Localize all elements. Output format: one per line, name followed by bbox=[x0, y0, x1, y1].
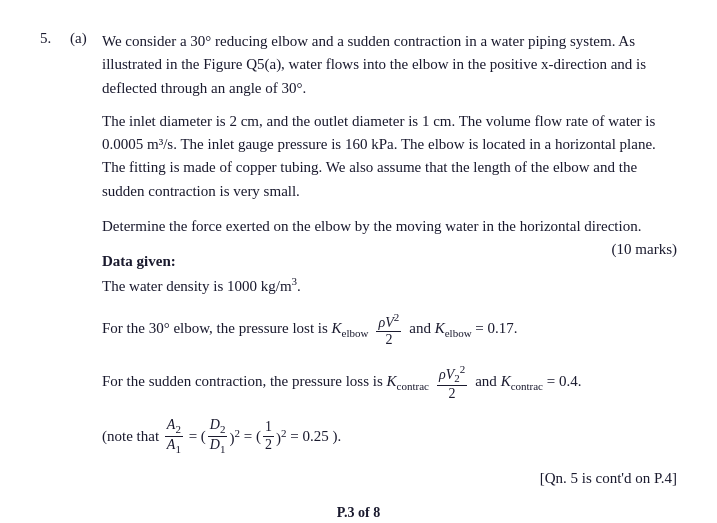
question-text-para1: We consider a 30° reducing elbow and a s… bbox=[102, 30, 677, 100]
question-header: 5. (a) We consider a 30° reducing elbow … bbox=[40, 30, 677, 100]
paragraph-2: The inlet diameter is 2 cm, and the outl… bbox=[102, 110, 677, 203]
elbow-prefix: For the 30° elbow, the pressure lost is … bbox=[102, 320, 368, 339]
note-paren3: ( bbox=[256, 428, 261, 445]
note-paren2: )2 bbox=[229, 427, 240, 447]
data-given-label: Data given: bbox=[102, 253, 176, 269]
page-footer: P.3 of 8 bbox=[40, 505, 677, 521]
elbow-formula-line: For the 30° elbow, the pressure lost is … bbox=[102, 311, 677, 349]
elbow-and: and Kelbow = 0.17. bbox=[409, 320, 517, 339]
note-prefix: (note that bbox=[102, 428, 163, 445]
page-content: 5. (a) We consider a 30° reducing elbow … bbox=[40, 30, 677, 521]
note-paren1: ( bbox=[201, 428, 206, 445]
contrac-prefix: For the sudden contraction, the pressure… bbox=[102, 373, 429, 392]
note-eq2: = bbox=[240, 428, 256, 445]
paragraph-3: Determine the force exerted on the elbow… bbox=[102, 215, 677, 238]
contrac-frac: ρV22 2 bbox=[435, 363, 469, 403]
note-line: (note that A2 A1 = ( D2 D1 )2 = ( 1 2 )2… bbox=[102, 417, 677, 456]
data-given-text: The water density is 1000 kg/m3. bbox=[102, 278, 301, 294]
marks: (10 marks) bbox=[612, 238, 677, 261]
contrac-and: and Kcontrac = 0.4. bbox=[475, 373, 581, 392]
question-part: (a) bbox=[70, 30, 102, 47]
note-frac-half: 1 2 bbox=[263, 419, 274, 454]
note-suffix: = 0.25 ). bbox=[286, 428, 341, 445]
note-paren4: )2 bbox=[276, 427, 287, 447]
para3-text: Determine the force exerted on the elbow… bbox=[102, 218, 641, 234]
note-frac-D: D2 D1 bbox=[208, 417, 228, 456]
contrac-formula-line: For the sudden contraction, the pressure… bbox=[102, 363, 677, 403]
qn-note: [Qn. 5 is cont'd on P.4] bbox=[40, 470, 677, 487]
note-frac-A: A2 A1 bbox=[165, 417, 183, 456]
note-eq1: = bbox=[185, 428, 201, 445]
data-given: Data given: The water density is 1000 kg… bbox=[102, 250, 677, 299]
elbow-frac: ρV2 2 bbox=[374, 311, 403, 349]
question-number: 5. bbox=[40, 30, 70, 47]
